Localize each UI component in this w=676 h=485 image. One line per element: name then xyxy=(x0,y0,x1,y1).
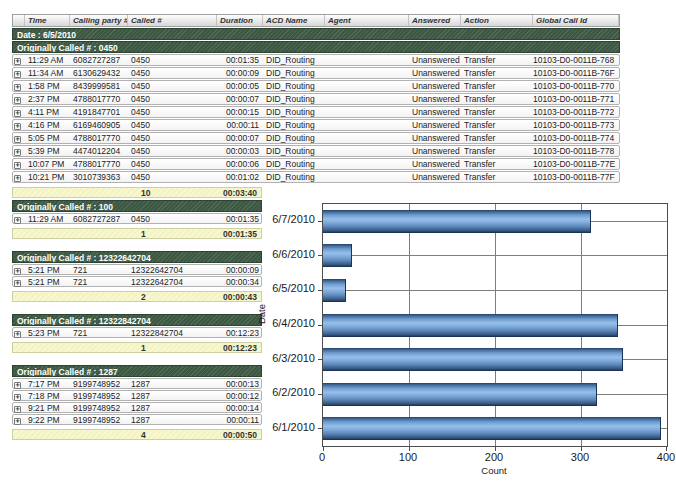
cell-duration: 00:00:07 xyxy=(217,94,263,104)
bar-6-6-2010 xyxy=(323,244,352,267)
column-header-answered[interactable]: Answered xyxy=(409,15,461,26)
column-header-acd-name[interactable]: ACD Name xyxy=(263,15,325,26)
horizontal-gridline xyxy=(323,290,667,291)
call-row[interactable]: +1:58 PM8439999581045000:00:05DID_Routin… xyxy=(12,80,620,92)
expand-cell: + xyxy=(13,94,25,104)
call-row[interactable]: +2:37 PM4788017770045000:00:07DID_Routin… xyxy=(12,93,620,105)
date-group-header[interactable]: Date : 6/5/2010 xyxy=(12,28,620,40)
cell-duration: 00:00:11 xyxy=(217,415,263,425)
column-header-expand[interactable] xyxy=(13,15,25,26)
cell-calling-party: 8439999581 xyxy=(70,81,128,91)
expand-plus-icon[interactable]: + xyxy=(14,149,21,156)
expand-cell: + xyxy=(13,120,25,130)
cell-answered: Unanswered xyxy=(409,94,461,104)
expand-plus-icon[interactable]: + xyxy=(14,71,21,78)
expand-plus-icon[interactable]: + xyxy=(14,136,21,143)
horizontal-gridline xyxy=(323,255,667,256)
group-section: Originally Called # : 12322642704+5:21 P… xyxy=(12,251,262,302)
cell-time: 4:11 PM xyxy=(25,107,70,117)
cell-action: Transfer xyxy=(461,146,533,156)
expand-plus-icon[interactable]: + xyxy=(14,382,21,389)
expand-plus-icon[interactable]: + xyxy=(14,217,21,224)
column-header-calling-party[interactable]: Calling party # xyxy=(70,15,128,26)
expand-plus-icon[interactable]: + xyxy=(14,280,21,287)
column-header-duration[interactable]: Duration xyxy=(217,15,263,26)
call-row[interactable]: +4:16 PM6169460905045000:00:11DID_Routin… xyxy=(12,119,620,131)
call-row[interactable]: +7:17 PM9199748952128700:00:13 xyxy=(12,378,262,389)
expand-cell: + xyxy=(13,159,25,169)
bar-6-2-2010 xyxy=(323,383,597,406)
column-header-time[interactable]: Time xyxy=(25,15,70,26)
expand-plus-icon[interactable]: + xyxy=(14,331,21,338)
cell-global-call-id: 10103-D0-0011B-774 xyxy=(533,133,619,143)
cell-acd-name: DID_Routing xyxy=(263,81,325,91)
summary-total-duration: 00:12:23 xyxy=(215,343,261,353)
cell-global-call-id: 10103-D0-0011B-772 xyxy=(533,107,619,117)
cell-duration: 00:00:06 xyxy=(217,159,263,169)
y-tick-label: 6/2/2010 xyxy=(258,386,315,398)
expand-plus-icon[interactable]: + xyxy=(14,123,21,130)
call-row[interactable]: +11:29 AM6082727287045000:01:35DID_Routi… xyxy=(12,54,620,66)
expand-plus-icon[interactable]: + xyxy=(14,175,21,182)
cell-action: Transfer xyxy=(461,107,533,117)
calls-per-date-bar-chart: Date Count 01002003004006/7/20106/6/2010… xyxy=(258,197,676,485)
expand-cell: + xyxy=(13,133,25,143)
column-header-called[interactable]: Called # xyxy=(128,15,217,26)
summary-call-count: 2 xyxy=(123,292,215,302)
cell-global-call-id: 10103-D0-0011B-771 xyxy=(533,94,619,104)
call-row[interactable]: +10:07 PM4788017770045000:00:06DID_Routi… xyxy=(12,158,620,170)
cell-action: Transfer xyxy=(461,94,533,104)
cell-called: 1287 xyxy=(128,391,217,401)
summary-total-duration: 00:01:35 xyxy=(215,229,261,239)
cell-time: 5:23 PM xyxy=(25,328,70,338)
cell-duration: 00:00:13 xyxy=(217,379,263,389)
call-row[interactable]: +5:05 PM4788017770045000:00:07DID_Routin… xyxy=(12,132,620,144)
call-row[interactable]: +10:21 PM3010739363045000:01:02DID_Routi… xyxy=(12,171,620,183)
call-row[interactable]: +7:18 PM9199748952128700:00:12 xyxy=(12,390,262,401)
call-row[interactable]: +11:29 AM6082727287045000:01:35 xyxy=(12,213,262,224)
expand-plus-icon[interactable]: + xyxy=(14,58,21,65)
cell-duration: 00:00:15 xyxy=(217,107,263,117)
column-header-global-call-id[interactable]: Global Call Id xyxy=(533,15,619,26)
summary-call-count: 1 xyxy=(123,229,215,239)
group-header[interactable]: Originally Called # : 100 xyxy=(12,200,262,212)
expand-plus-icon[interactable]: + xyxy=(14,418,21,425)
group-section-0450: Originally Called # : 0450+11:29 AM60827… xyxy=(12,41,620,198)
cell-called: 0450 xyxy=(128,159,217,169)
expand-plus-icon[interactable]: + xyxy=(14,162,21,169)
column-header-action[interactable]: Action xyxy=(461,15,533,26)
call-row[interactable]: +11:34 AM6130629432045000:00:09DID_Routi… xyxy=(12,67,620,79)
plot-area xyxy=(322,203,668,447)
group-header[interactable]: Originally Called # : 12322642704 xyxy=(12,251,262,263)
expand-plus-icon[interactable]: + xyxy=(14,394,21,401)
expand-plus-icon[interactable]: + xyxy=(14,110,21,117)
group-header[interactable]: Originally Called # : 1287 xyxy=(12,365,262,377)
call-row[interactable]: +4:11 PM4191847701045000:00:15DID_Routin… xyxy=(12,106,620,118)
cell-called: 0450 xyxy=(128,172,217,182)
expand-cell: + xyxy=(13,277,25,287)
cell-global-call-id: 10103-D0-0011B-76F xyxy=(533,68,619,78)
x-tick-label: 0 xyxy=(302,451,342,463)
cell-calling-party: 4788017770 xyxy=(70,94,128,104)
column-header-agent[interactable]: Agent xyxy=(325,15,409,26)
call-row[interactable]: +9:21 PM9199748952128700:00:14 xyxy=(12,402,262,413)
group-header[interactable]: Originally Called # : 0450 xyxy=(12,41,620,53)
cell-calling-party: 721 xyxy=(70,328,128,338)
x-tick-label: 100 xyxy=(388,451,428,463)
call-row[interactable]: +5:21 PM7211232264270400:00:09 xyxy=(12,264,262,275)
cell-acd-name: DID_Routing xyxy=(263,94,325,104)
cell-global-call-id: 10103-D0-0011B-770 xyxy=(533,81,619,91)
call-row[interactable]: +5:23 PM7211232284270400:12:23 xyxy=(12,327,262,338)
expand-cell: + xyxy=(13,328,25,338)
expand-plus-icon[interactable]: + xyxy=(14,97,21,104)
cell-acd-name: DID_Routing xyxy=(263,172,325,182)
expand-plus-icon[interactable]: + xyxy=(14,84,21,91)
summary-call-count: 1 xyxy=(123,343,215,353)
group-header[interactable]: Originally Called # : 12322842704 xyxy=(12,314,262,326)
expand-plus-icon[interactable]: + xyxy=(14,406,21,413)
expand-plus-icon[interactable]: + xyxy=(14,268,21,275)
cell-action: Transfer xyxy=(461,81,533,91)
call-row[interactable]: +9:22 PM9199748952128700:00:11 xyxy=(12,414,262,425)
call-row[interactable]: +5:39 PM4474012204045000:00:03DID_Routin… xyxy=(12,145,620,157)
call-row[interactable]: +5:21 PM7211232264270400:00:34 xyxy=(12,276,262,287)
